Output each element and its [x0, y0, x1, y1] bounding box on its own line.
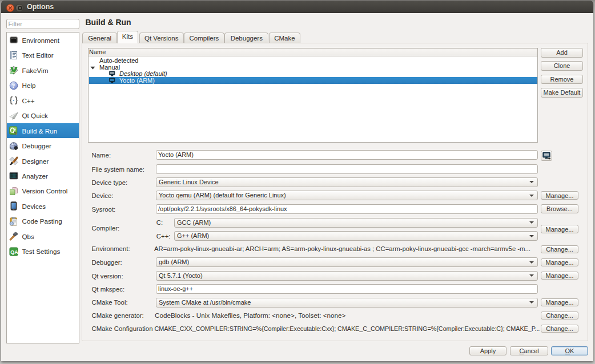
svg-text:QA: QA	[10, 249, 18, 255]
svg-text:?: ?	[11, 82, 15, 89]
svg-text:Fake: Fake	[10, 71, 14, 74]
